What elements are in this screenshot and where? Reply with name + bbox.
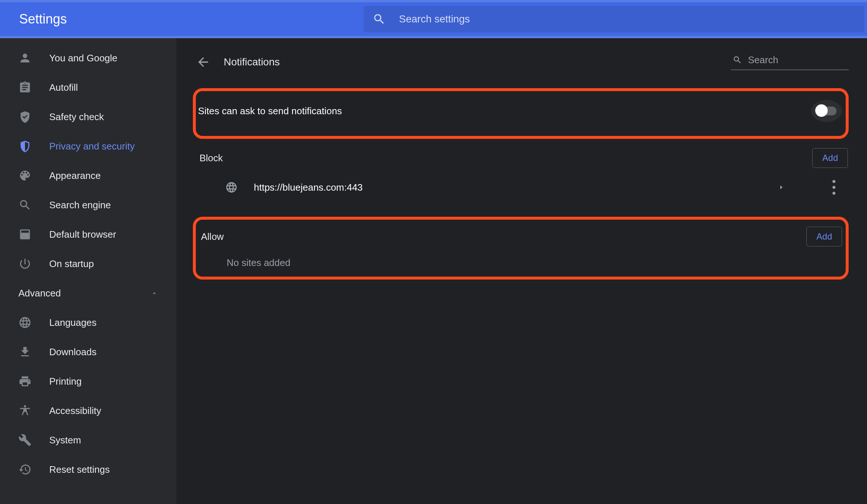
sidebar-item-downloads[interactable]: Downloads: [0, 337, 176, 367]
sidebar-item-search-engine[interactable]: Search engine: [0, 190, 176, 220]
sidebar-item-appearance[interactable]: Appearance: [0, 161, 176, 190]
search-settings-input[interactable]: Search settings: [364, 6, 864, 32]
allow-add-button[interactable]: Add: [806, 227, 842, 246]
sidebar-item-label: Languages: [49, 317, 97, 328]
sidebar-item-system[interactable]: System: [0, 425, 176, 455]
advanced-section-toggle[interactable]: Advanced: [0, 278, 176, 308]
sidebar-item-privacy-security[interactable]: Privacy and security: [0, 132, 176, 161]
chevron-right-icon[interactable]: [778, 184, 785, 191]
svg-point-2: [832, 192, 835, 195]
allow-highlight: Allow Add No sites added: [193, 217, 849, 280]
search-icon: [733, 55, 742, 65]
sidebar-item-you-and-google[interactable]: You and Google: [0, 43, 176, 73]
accessibility-icon: [18, 404, 32, 417]
globe-icon: [18, 316, 32, 329]
inpage-search-placeholder: Search: [748, 54, 778, 66]
sidebar-item-label: Autofill: [49, 82, 78, 93]
block-add-button[interactable]: Add: [812, 148, 848, 168]
clipboard-icon: [18, 81, 32, 94]
sidebar-item-label: On startup: [49, 258, 94, 270]
printer-icon: [18, 375, 32, 388]
sites-can-ask-highlight: Sites can ask to send notifications: [193, 88, 849, 139]
sidebar-item-label: Accessibility: [49, 405, 101, 417]
globe-icon: [225, 181, 238, 194]
svg-point-1: [832, 186, 835, 189]
sidebar-item-label: Default browser: [49, 229, 116, 240]
sidebar-item-default-browser[interactable]: Default browser: [0, 220, 176, 249]
wrench-icon: [18, 433, 32, 447]
browser-icon: [18, 228, 32, 241]
toggle-knob: [815, 104, 828, 117]
chevron-up-icon: [151, 289, 158, 297]
page-header: Notifications Search: [193, 49, 849, 75]
sidebar-item-label: Downloads: [49, 346, 97, 358]
sidebar-item-on-startup[interactable]: On startup: [0, 249, 176, 278]
sidebar-item-label: Safety check: [49, 111, 104, 123]
sites-can-ask-row: Sites can ask to send notifications: [196, 100, 846, 122]
settings-title: Settings: [0, 11, 364, 27]
main-content: Notifications Search Sites can ask to se…: [176, 38, 867, 504]
sidebar-item-label: Printing: [49, 376, 82, 387]
sidebar-item-autofill[interactable]: Autofill: [0, 73, 176, 102]
sidebar-item-printing[interactable]: Printing: [0, 367, 176, 396]
sites-can-ask-toggle[interactable]: [811, 100, 842, 122]
app-header: Settings Search settings: [0, 0, 867, 38]
svg-point-0: [832, 180, 835, 183]
download-icon: [18, 345, 32, 359]
page-title: Notifications: [224, 56, 731, 68]
toggle-track: [817, 107, 837, 115]
back-arrow-icon[interactable]: [196, 55, 211, 69]
palette-icon: [18, 169, 32, 182]
sidebar-item-label: Reset settings: [49, 464, 110, 475]
blocked-site-url: https://bluejeans.com:443: [254, 182, 778, 193]
blocked-site-row[interactable]: https://bluejeans.com:443: [193, 170, 849, 204]
block-section: Block Add https://bluejeans.com:443: [193, 145, 849, 204]
search-icon: [18, 198, 32, 212]
shield-icon: [18, 140, 32, 153]
power-icon: [18, 257, 32, 270]
sidebar-item-label: Search engine: [49, 199, 111, 211]
sites-can-ask-label: Sites can ask to send notifications: [198, 105, 811, 117]
sidebar-item-safety-check[interactable]: Safety check: [0, 102, 176, 132]
allow-empty-label: No sites added: [196, 257, 846, 269]
sidebar-item-label: Privacy and security: [49, 141, 135, 152]
sidebar-item-accessibility[interactable]: Accessibility: [0, 396, 176, 425]
more-vert-icon[interactable]: [832, 180, 835, 195]
sidebar-item-label: Appearance: [49, 170, 101, 181]
person-icon: [18, 51, 32, 65]
allow-section-title: Allow: [201, 231, 806, 242]
settings-sidebar: You and Google Autofill Safety check Pri…: [0, 38, 176, 504]
restore-icon: [18, 463, 32, 476]
search-settings-placeholder: Search settings: [399, 13, 470, 25]
search-icon: [373, 12, 386, 26]
inpage-search-input[interactable]: Search: [731, 54, 849, 70]
block-section-title: Block: [199, 152, 812, 164]
shield-check-icon: [18, 110, 32, 123]
sidebar-item-languages[interactable]: Languages: [0, 308, 176, 337]
advanced-label: Advanced: [18, 288, 151, 299]
sidebar-item-label: System: [49, 435, 81, 446]
sidebar-item-label: You and Google: [49, 53, 118, 64]
sidebar-item-reset-settings[interactable]: Reset settings: [0, 455, 176, 484]
